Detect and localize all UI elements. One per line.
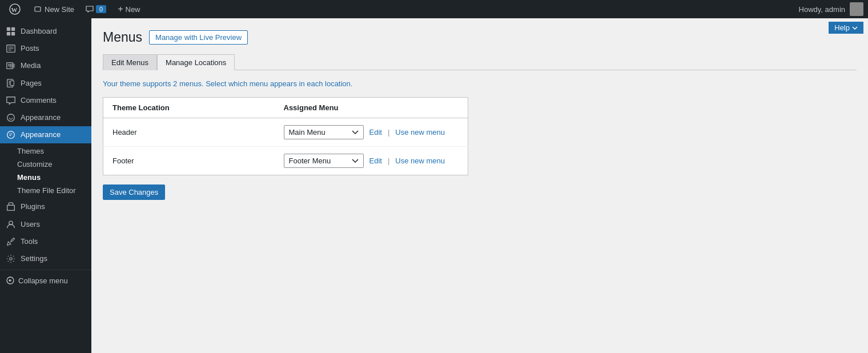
collapse-menu-item[interactable]: Collapse menu [0,272,91,288]
avatar [850,2,863,16]
help-button[interactable]: Help [829,22,863,34]
sidebar: Dashboard Posts Media P [0,18,91,353]
sidebar-item-dashboard-label: Dashboard [21,26,57,37]
appearance-submenu: Themes Customize Menus Theme File Editor [0,143,91,198]
sidebar-divider [0,270,91,270]
sidebar-item-tools[interactable]: Tools [0,233,91,250]
comments-item[interactable]: 0 [81,0,111,18]
svg-text:W: W [11,6,18,13]
assigned-footer-cell: Main Menu Footer Menu Edit | Use new men… [275,147,468,175]
header-separator: | [388,128,389,137]
sidebar-sub-theme-file-editor[interactable]: Theme File Editor [9,184,91,197]
tabs: Edit Menus Manage Locations [103,54,857,70]
sidebar-item-comments-label: Comments [21,95,57,106]
table-row-footer: Footer Main Menu Footer Menu Edit | Use … [103,147,468,175]
live-preview-button[interactable]: Manage with Live Preview [149,30,248,45]
sidebar-item-media[interactable]: Media [0,57,91,74]
footer-use-new-link[interactable]: Use new menu [395,157,445,165]
svg-rect-9 [10,64,15,68]
footer-menu-select[interactable]: Main Menu Footer Menu [284,154,364,168]
site-name-item[interactable]: New Site [30,0,79,18]
sidebar-item-users-label: Users [21,219,40,230]
sidebar-item-users[interactable]: Users [0,216,91,233]
howdy-text: Howdy, admin [799,5,845,14]
top-bar-right: Howdy, admin [799,2,863,16]
top-bar-left: W New Site 0 + New [5,0,799,18]
col-assigned-menu: Assigned Menu [275,98,468,118]
header-use-new-link[interactable]: Use new menu [395,128,445,137]
sidebar-item-comments[interactable]: Comments [0,92,91,109]
info-text: Your theme supports 2 menus. Select whic… [103,79,857,88]
sidebar-item-settings-label: Settings [21,254,47,264]
sidebar-sub-themes[interactable]: Themes [9,145,91,158]
sidebar-item-settings[interactable]: Settings [0,250,91,267]
new-item[interactable]: + New [113,0,144,18]
comments-count: 0 [96,5,106,13]
help-area: Help [824,18,868,37]
assigned-header-controls: Main Menu Footer Menu Edit | Use new men… [284,125,459,139]
site-name: New Site [45,5,74,14]
footer-separator: | [388,157,389,165]
header-menu-select[interactable]: Main Menu Footer Menu [284,125,364,139]
tab-manage-locations[interactable]: Manage Locations [157,54,235,70]
location-header: Header [103,118,275,147]
sidebar-item-appearance-label: Appearance [21,130,61,140]
svg-rect-3 [7,27,10,31]
main-content: Menus Manage with Live Preview Edit Menu… [91,18,868,353]
locations-table: Theme Location Assigned Menu Header Main… [103,97,468,175]
wp-logo-item[interactable]: W [5,0,27,18]
col-theme-location: Theme Location [103,98,275,118]
layout: Dashboard Posts Media P [0,0,868,353]
save-button[interactable]: Save Changes [103,184,165,200]
svg-point-13 [7,114,15,122]
sidebar-sub-customize[interactable]: Customize [9,158,91,171]
svg-rect-12 [10,81,14,85]
svg-rect-6 [11,32,15,35]
sidebar-item-dashboard[interactable]: Dashboard [0,23,91,40]
svg-rect-2 [35,7,41,11]
sidebar-item-plugins-label: Plugins [21,202,45,212]
sidebar-item-media-label: Media [21,61,41,71]
sidebar-item-pages-label: Pages [21,78,42,89]
assigned-header-cell: Main Menu Footer Menu Edit | Use new men… [275,118,468,147]
sidebar-sub-menus[interactable]: Menus [9,171,91,184]
sidebar-item-plugins[interactable]: Plugins [0,198,91,215]
svg-rect-5 [7,32,10,35]
sidebar-item-crocoblock[interactable]: Appearance [0,109,91,126]
top-bar: W New Site 0 + New Howdy, admin [0,0,868,18]
table-row-header: Header Main Menu Footer Menu Edit | Use … [103,118,468,147]
location-footer: Footer [103,147,275,175]
tab-edit-menus[interactable]: Edit Menus [103,54,157,70]
header-edit-link[interactable]: Edit [369,128,382,137]
assigned-footer-controls: Main Menu Footer Menu Edit | Use new men… [284,154,459,168]
sidebar-item-appearance[interactable]: Appearance [0,126,91,143]
sidebar-item-posts[interactable]: Posts [0,40,91,57]
sidebar-item-tools-label: Tools [21,236,38,247]
collapse-menu-label: Collapse menu [18,276,68,285]
page-title: Menus [103,30,142,45]
svg-rect-4 [11,27,15,31]
footer-edit-link[interactable]: Edit [369,157,382,165]
sidebar-item-pages[interactable]: Pages [0,75,91,92]
sidebar-item-posts-label: Posts [21,43,39,54]
new-label: New [126,5,140,14]
svg-point-17 [10,258,13,260]
page-header: Menus Manage with Live Preview [103,30,857,45]
svg-point-14 [7,131,15,139]
sidebar-item-crocoblock-label: Appearance [21,113,61,123]
